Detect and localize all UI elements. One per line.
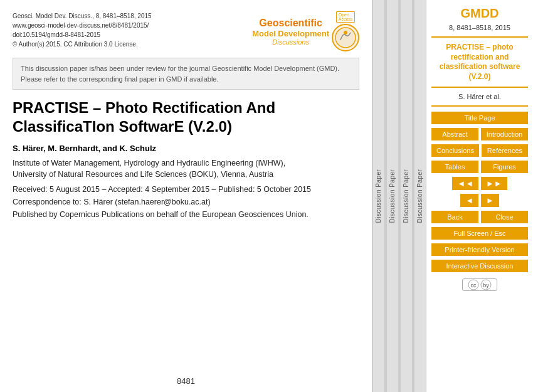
sidebar-divider-mid <box>431 87 528 88</box>
tables-button[interactable]: Tables <box>431 161 478 173</box>
article-published: Published by Copernicus Publications on … <box>13 210 359 219</box>
nav-prev-next-row: ◄ ► <box>431 194 528 207</box>
svg-point-1 <box>344 31 347 34</box>
main-content: Geosci. Model Dev. Discuss., 8, 8481–851… <box>0 0 372 392</box>
nav-next-button[interactable]: ► <box>481 194 499 207</box>
svg-text:cc: cc <box>471 282 477 289</box>
divider-strip-4: Discussion Paper <box>414 0 426 392</box>
svg-point-0 <box>335 28 356 48</box>
citation-line1: Geosci. Model Dev. Discuss., 8, 8481–851… <box>13 11 152 21</box>
divider-strip-2: Discussion Paper <box>386 0 399 392</box>
back-close-row: Back Close <box>431 211 528 223</box>
sidebar-paper-authors: S. Härer et al. <box>458 93 501 100</box>
header: Geosci. Model Dev. Discuss., 8, 8481–851… <box>13 11 359 51</box>
conclusions-references-row: Conclusions References <box>431 144 528 157</box>
notice-text: This discussion paper is/has been under … <box>21 65 339 83</box>
sidebar-divider-top <box>431 36 528 38</box>
divider-strip-1: Discussion Paper <box>372 0 385 392</box>
citation-line3: doi:10.5194/gmdd-8-8481-2015 <box>13 30 152 40</box>
nav-first-last-row: ◄◄ ►► <box>431 177 528 190</box>
figures-button[interactable]: Figures <box>481 161 528 173</box>
abstract-button[interactable]: Abstract <box>431 128 478 140</box>
introduction-button[interactable]: Introduction <box>481 128 528 140</box>
citation-line2: www.geosci-model-dev-discuss.net/8/8481/… <box>13 21 152 30</box>
journal-discussions: Discussions <box>272 38 309 46</box>
notice-box: This discussion paper is/has been under … <box>13 58 359 90</box>
nav-first-button[interactable]: ◄◄ <box>452 177 478 190</box>
right-sidebar: GMDD 8, 8481–8518, 2015 PRACTISE – photo… <box>426 0 533 392</box>
cc-license-badge: cc by <box>462 278 497 291</box>
abstract-intro-row: Abstract Introduction <box>431 128 528 140</box>
nav-last-button[interactable]: ►► <box>481 177 507 190</box>
journal-title-sub: Model Development <box>252 29 329 38</box>
article-title: PRACTISE – Photo Rectification And Class… <box>13 98 359 136</box>
sidebar-paper-title: PRACTISE – photo rectification and class… <box>431 43 528 82</box>
article-dates: Received: 5 August 2015 – Accepted: 4 Se… <box>13 185 359 194</box>
citation-line4: © Author(s) 2015. CC Attribution 3.0 Lic… <box>13 40 152 49</box>
sidebar-volume: 8, 8481–8518, 2015 <box>449 24 510 31</box>
nav-prev-button[interactable]: ◄ <box>460 194 478 207</box>
back-button[interactable]: Back <box>431 211 478 223</box>
full-screen-button[interactable]: Full Screen / Esc <box>431 227 528 240</box>
title-page-button[interactable]: Title Page <box>431 112 528 124</box>
printer-friendly-button[interactable]: Printer-friendly Version <box>431 243 528 256</box>
journal-logo-area: Geoscientific Model Development Discussi… <box>252 11 359 51</box>
references-button[interactable]: References <box>482 144 528 157</box>
svg-text:by: by <box>483 282 489 289</box>
article-authors: S. Härer, M. Bernhardt, and K. Schulz <box>13 144 359 153</box>
journal-title: Geoscientific Model Development Discussi… <box>252 17 329 46</box>
sidebar-divider-bottom <box>431 105 528 107</box>
divider-label-1: Discussion Paper <box>376 169 383 223</box>
journal-logo <box>332 24 359 51</box>
divider-label-4: Discussion Paper <box>417 169 424 223</box>
divider-strip-3: Discussion Paper <box>400 0 413 392</box>
close-button[interactable]: Close <box>481 211 528 223</box>
journal-title-main: Geoscientific <box>259 17 322 29</box>
divider-label-3: Discussion Paper <box>403 169 410 223</box>
sidebar-journal-code: GMDD <box>460 6 499 20</box>
affiliation-line1: Institute of Water Management, Hydrology… <box>13 158 359 169</box>
article-correspondence: Correspondence to: S. Härer (stefan.haer… <box>13 198 359 206</box>
affiliation: Institute of Water Management, Hydrology… <box>13 158 359 180</box>
open-access-label: OpenAccess <box>336 11 356 23</box>
divider-label-2: Discussion Paper <box>389 169 396 223</box>
citation-info: Geosci. Model Dev. Discuss., 8, 8481–851… <box>13 11 152 49</box>
tables-figures-row: Tables Figures <box>431 161 528 173</box>
interactive-discussion-button[interactable]: Interactive Discussion <box>431 260 528 272</box>
affiliation-line2: University of Natural Resources and Life… <box>13 169 359 181</box>
conclusions-button[interactable]: Conclusions <box>431 144 479 157</box>
cc-icon: cc by <box>462 278 497 291</box>
page-number: 8481 <box>13 370 359 386</box>
